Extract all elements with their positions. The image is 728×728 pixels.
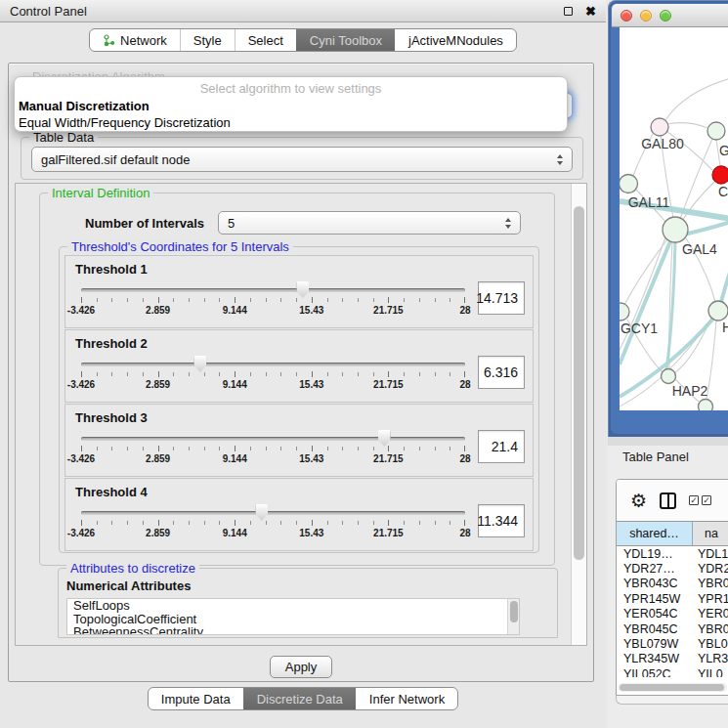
threshold-4-label: Threshold 4: [65, 479, 533, 499]
tab-cyni-toolbox[interactable]: Cyni Toolbox: [296, 29, 395, 51]
threshold-4-panel: Threshold 4 -3.426 2.859: [64, 478, 534, 551]
tab-impute-data[interactable]: Impute Data: [149, 688, 243, 709]
table-row[interactable]: YDR27…YDR2: [617, 561, 728, 576]
threshold-3-value-field[interactable]: 21.4: [478, 430, 525, 463]
node-hap2[interactable]: [662, 369, 676, 384]
checkbox-icon[interactable]: ✓: [689, 495, 699, 505]
node-label: C: [718, 184, 728, 199]
bottom-tab-group: Impute Data Discretize Data Infer Networ…: [148, 687, 458, 710]
slider-thumb[interactable]: [378, 430, 391, 447]
table-row[interactable]: YBR045CYBR0: [617, 621, 728, 636]
node-h[interactable]: [708, 301, 728, 321]
threshold-2-slider[interactable]: -3.426 2.859 9.144 15.43 21.715 28: [81, 356, 465, 395]
node-bottom[interactable]: [699, 400, 713, 411]
dropdown-hint: Select algorithm to view settings: [15, 80, 567, 98]
threshold-3-slider[interactable]: -3.426 2.859 9.144 15.43 21.715 28: [81, 430, 465, 469]
tab-jactivemnodules[interactable]: jActiveMNodules: [395, 29, 516, 51]
float-window-icon[interactable]: [564, 7, 573, 16]
table-row[interactable]: YBL079WYBL0: [617, 636, 728, 651]
network-window-titlebar[interactable]: [612, 4, 728, 27]
tab-discretize-data[interactable]: Discretize Data: [243, 688, 356, 709]
slider-scale: -3.426 2.859 9.144 15.43 21.715 28: [81, 453, 465, 465]
table-data-value: galFiltered.sif default node: [41, 152, 190, 167]
node-gal4[interactable]: [663, 217, 688, 242]
apply-button[interactable]: Apply: [270, 656, 332, 678]
node-label: GAL80: [641, 136, 684, 151]
list-item[interactable]: BetweennessCentrality: [67, 625, 519, 635]
tab-style[interactable]: Style: [180, 29, 235, 51]
slider-track[interactable]: [81, 363, 465, 366]
minimize-traffic-light-icon[interactable]: [640, 10, 652, 21]
dropdown-item-manual[interactable]: Manual Discretization: [15, 98, 567, 114]
panel-scrollbar[interactable]: [571, 184, 586, 645]
tab-infer-network[interactable]: Infer Network: [356, 688, 457, 709]
slider-thumb[interactable]: [255, 504, 268, 521]
zoom-traffic-light-icon[interactable]: [660, 10, 671, 21]
node-ga[interactable]: [707, 122, 725, 140]
network-canvas[interactable]: GAL80 GA C GAL11 GAL4 GCY1 H HAP2: [620, 27, 728, 410]
network-window: GAL80 GA C GAL11 GAL4 GCY1 H HAP2: [608, 0, 728, 437]
table-row[interactable]: YPR145WYPR1: [617, 591, 728, 606]
checkbox-icon[interactable]: ✓: [702, 495, 711, 505]
node-gal80[interactable]: [651, 118, 668, 136]
threshold-1-slider[interactable]: -3.426 2.859 9.144 15.43 21.715 28: [81, 281, 465, 321]
table-data-combobox[interactable]: galFiltered.sif default node: [31, 147, 573, 172]
select-columns-icons: ✓ ✓: [689, 495, 711, 505]
attributes-group: Attributes to discretize Numerical Attri…: [58, 568, 558, 638]
columns-icon[interactable]: [660, 492, 676, 509]
titlebar-icons: ✖: [564, 5, 596, 18]
node-gcy1[interactable]: [620, 303, 629, 321]
attributes-scrollbar[interactable]: [507, 599, 519, 634]
slider-thumb[interactable]: [296, 281, 309, 298]
scrollbar-thumb[interactable]: [620, 684, 724, 691]
threshold-3-label: Threshold 3: [65, 405, 533, 425]
close-traffic-light-icon[interactable]: [621, 10, 632, 21]
control-panel-titlebar: Control Panel ✖: [0, 0, 606, 22]
scrollbar-thumb[interactable]: [574, 206, 584, 560]
thresholds-legend: Threshold's Coordinates for 5 Intervals: [67, 239, 293, 254]
table-toolbar: ⚙ ✓ ✓: [617, 480, 728, 521]
node-label: HAP2: [672, 383, 708, 399]
slider-scale: -3.426 2.859 9.144 15.43 21.715 28: [81, 528, 465, 539]
node-red[interactable]: [712, 166, 728, 184]
table-row[interactable]: YER054CYER0: [617, 607, 728, 621]
threshold-2-panel: Threshold 2 -3.426 2.859: [64, 329, 534, 403]
list-item[interactable]: TopologicalCoefficient: [67, 613, 519, 626]
screen: Control Panel ✖ Network Style Sel: [0, 0, 728, 728]
cyni-toolbox-panel: Discretization Algorithm Select algorith…: [8, 63, 594, 682]
slider-track[interactable]: [81, 437, 465, 441]
node-label: GAL4: [682, 241, 717, 257]
list-item[interactable]: SelfLoops: [67, 599, 519, 613]
table-row[interactable]: YBR043CYBR0: [617, 577, 728, 591]
slider-thumb[interactable]: [193, 356, 206, 372]
table-horizontal-scrollbar[interactable]: [619, 683, 727, 692]
threshold-4-slider[interactable]: -3.426 2.859 9.144 15.43 21.715 28: [81, 504, 465, 543]
slider-track[interactable]: [81, 288, 465, 292]
window-title: Control Panel: [10, 4, 87, 19]
slider-scale: -3.426 2.859 9.144 15.43 21.715 28: [81, 305, 465, 317]
threshold-2-value-field[interactable]: 6.316: [478, 356, 525, 389]
bottom-tab-row: Impute Data Discretize Data Infer Networ…: [0, 687, 606, 710]
thresholds-group: Threshold's Coordinates for 5 Intervals …: [59, 246, 539, 553]
control-panel-window: Control Panel ✖ Network Style Sel: [0, 0, 606, 728]
node-gal11[interactable]: [620, 175, 638, 193]
gear-icon[interactable]: ⚙: [630, 492, 647, 510]
network-graph-icon: [103, 34, 115, 47]
number-of-intervals-row: Number of Intervals 5: [85, 211, 521, 235]
table-data-group: Table Data galFiltered.sif default node: [21, 137, 583, 180]
close-icon[interactable]: ✖: [585, 5, 596, 18]
number-of-intervals-combobox[interactable]: 5: [218, 211, 521, 235]
dropdown-item-equal-width[interactable]: Equal Width/Frequency Discretization: [15, 114, 567, 131]
table-panel-title: Table Panel: [622, 450, 689, 464]
threshold-4-value-field[interactable]: 11.344: [478, 504, 525, 537]
column-header-shared[interactable]: shared…: [617, 522, 693, 545]
threshold-1-value-field[interactable]: 14.713: [478, 281, 525, 315]
tab-network-label: Network: [120, 33, 167, 48]
table-row[interactable]: YDL19…YDL1: [617, 546, 728, 561]
table-row[interactable]: YIL052CYIL0: [617, 666, 728, 677]
table-row[interactable]: YLR345WYLR3: [617, 652, 728, 666]
tab-network[interactable]: Network: [90, 29, 180, 51]
column-header-name[interactable]: na: [693, 522, 728, 545]
slider-track[interactable]: [81, 511, 465, 515]
tab-select[interactable]: Select: [235, 29, 296, 51]
